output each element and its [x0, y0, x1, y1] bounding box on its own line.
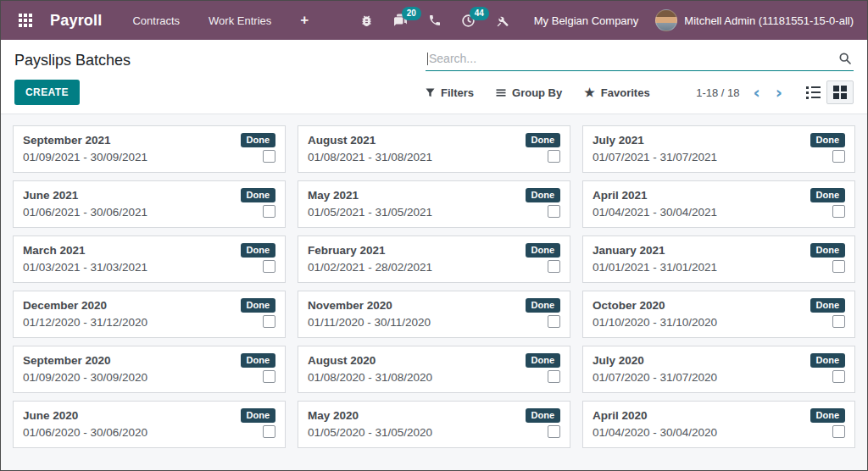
status-badge: Done [241, 298, 276, 313]
payslip-batch-card[interactable]: December 2020 Done 01/12/2020 - 31/12/20… [13, 291, 286, 338]
payslip-batch-card[interactable]: May 2021 Done 01/05/2021 - 31/05/2021 [298, 180, 570, 228]
batch-title: April 2020 [593, 407, 648, 424]
batch-checkbox[interactable] [832, 315, 845, 328]
payslip-batch-card[interactable]: October 2020 Done 01/10/2020 - 31/10/202… [582, 291, 855, 338]
batch-date-range: 01/08/2020 - 31/08/2020 [308, 369, 432, 385]
apps-grid-icon [19, 14, 32, 27]
batch-date-range: 01/02/2021 - 28/02/2021 [308, 259, 432, 275]
search-icon[interactable] [838, 52, 852, 65]
batch-date-range: 01/09/2021 - 30/09/2021 [23, 149, 147, 165]
batch-title: May 2021 [308, 187, 359, 203]
status-badge: Done [526, 353, 561, 368]
batch-date-range: 01/05/2020 - 31/05/2020 [308, 424, 432, 441]
status-badge: Done [526, 408, 561, 423]
kanban-grid: September 2021 Done 01/09/2021 - 30/09/2… [13, 125, 855, 448]
batch-date-range: 01/06/2020 - 30/06/2020 [23, 424, 147, 441]
batch-checkbox[interactable] [263, 425, 275, 438]
batch-checkbox[interactable] [263, 260, 275, 273]
filter-funnel-icon [426, 88, 435, 97]
payslip-batch-card[interactable]: July 2021 Done 01/07/2021 - 31/07/2021 [582, 125, 855, 173]
status-badge: Done [526, 133, 561, 147]
top-navbar: Payroll Contracts Work Entries + 20 44 M… [1, 1, 867, 40]
batch-checkbox[interactable] [548, 315, 560, 328]
batch-title: February 2021 [308, 242, 386, 258]
batch-checkbox[interactable] [548, 205, 560, 218]
batch-date-range: 01/09/2020 - 30/09/2020 [23, 369, 147, 385]
payslip-batch-card[interactable]: April 2021 Done 01/04/2021 - 30/04/2021 [582, 180, 855, 228]
list-view-button[interactable] [799, 80, 826, 104]
payslip-batch-card[interactable]: August 2020 Done 01/08/2020 - 31/08/2020 [298, 346, 570, 393]
batch-checkbox[interactable] [832, 260, 845, 273]
status-badge: Done [241, 353, 276, 368]
batch-title: June 2020 [23, 407, 78, 424]
apps-menu-button[interactable] [11, 6, 40, 35]
batch-checkbox[interactable] [548, 260, 560, 273]
batch-checkbox[interactable] [832, 150, 845, 163]
debug-bug-icon[interactable] [351, 1, 383, 40]
batch-title: November 2020 [308, 297, 392, 313]
batch-title: April 2021 [593, 187, 648, 203]
search-placeholder: Search... [429, 52, 838, 65]
menu-plus[interactable]: + [288, 1, 320, 40]
batch-date-range: 01/07/2020 - 31/07/2020 [593, 369, 717, 385]
batch-checkbox[interactable] [548, 425, 560, 438]
payslip-batch-card[interactable]: August 2021 Done 01/08/2021 - 31/08/2021 [298, 125, 570, 173]
batch-checkbox[interactable] [832, 425, 845, 438]
batch-checkbox[interactable] [548, 370, 560, 383]
batch-checkbox[interactable] [263, 315, 275, 328]
activities-clock-icon[interactable]: 44 [453, 1, 485, 40]
payslip-batch-card[interactable]: April 2020 Done 01/04/2020 - 30/04/2020 [582, 401, 855, 448]
payslip-batch-card[interactable]: June 2021 Done 01/06/2021 - 30/06/2021 [13, 180, 286, 228]
batch-date-range: 01/06/2021 - 30/06/2021 [23, 204, 147, 220]
text-caret [427, 53, 428, 65]
menu-contracts[interactable]: Contracts [120, 1, 192, 40]
create-button[interactable]: CREATE [14, 80, 80, 105]
kanban-view: September 2021 Done 01/09/2021 - 30/09/2… [1, 114, 867, 470]
tools-icon[interactable] [487, 1, 519, 40]
batch-checkbox[interactable] [263, 370, 275, 383]
batch-title: July 2021 [593, 132, 644, 148]
batch-checkbox[interactable] [263, 150, 275, 163]
company-switcher[interactable]: My Belgian Company [520, 14, 653, 27]
group-by-button[interactable]: Group By [496, 86, 562, 99]
payslip-batch-card[interactable]: May 2020 Done 01/05/2020 - 31/05/2020 [298, 401, 570, 448]
messages-icon[interactable]: 20 [385, 1, 417, 40]
kanban-view-button[interactable] [826, 80, 854, 104]
group-by-lines-icon [496, 88, 506, 97]
payslip-batch-card[interactable]: July 2020 Done 01/07/2020 - 31/07/2020 [582, 346, 855, 393]
batch-checkbox[interactable] [548, 150, 560, 163]
phone-icon[interactable] [419, 1, 451, 40]
user-avatar [655, 9, 677, 31]
batch-title: September 2021 [23, 132, 111, 148]
payslip-batch-card[interactable]: January 2021 Done 01/01/2021 - 31/01/202… [582, 236, 855, 283]
filters-button[interactable]: Filters [426, 86, 474, 99]
batch-checkbox[interactable] [832, 370, 845, 383]
status-badge: Done [810, 188, 846, 202]
main-menu: Contracts Work Entries + [120, 1, 320, 40]
app-name[interactable]: Payroll [50, 12, 102, 30]
pager-previous-button[interactable]: ‹ [752, 84, 762, 101]
payslip-batch-card[interactable]: February 2021 Done 01/02/2021 - 28/02/20… [298, 236, 570, 283]
batch-checkbox[interactable] [832, 205, 845, 218]
favorites-button[interactable]: ★ Favorites [584, 86, 649, 99]
batch-checkbox[interactable] [263, 205, 275, 218]
status-badge: Done [810, 298, 846, 313]
status-badge: Done [526, 298, 561, 313]
batch-date-range: 01/03/2021 - 31/03/2021 [23, 259, 147, 275]
payslip-batch-card[interactable]: September 2020 Done 01/09/2020 - 30/09/2… [13, 346, 286, 393]
batch-date-range: 01/10/2020 - 31/10/2020 [593, 314, 717, 330]
payslip-batch-card[interactable]: March 2021 Done 01/03/2021 - 31/03/2021 [13, 236, 286, 283]
menu-work-entries[interactable]: Work Entries [197, 1, 283, 40]
batch-title: August 2020 [308, 352, 376, 368]
search-input[interactable]: Search... [426, 48, 854, 71]
payslip-batch-card[interactable]: November 2020 Done 01/11/2020 - 30/11/20… [298, 291, 570, 338]
status-badge: Done [810, 133, 846, 147]
status-badge: Done [241, 188, 276, 202]
status-badge: Done [810, 408, 846, 423]
payslip-batch-card[interactable]: June 2020 Done 01/06/2020 - 30/06/2020 [13, 401, 286, 448]
pager-next-button[interactable]: › [774, 84, 784, 101]
status-badge: Done [241, 408, 276, 423]
payslip-batch-card[interactable]: September 2021 Done 01/09/2021 - 30/09/2… [13, 125, 286, 173]
user-menu[interactable]: Mitchell Admin (11181551-15-0-all) [654, 9, 855, 31]
status-badge: Done [810, 353, 846, 368]
